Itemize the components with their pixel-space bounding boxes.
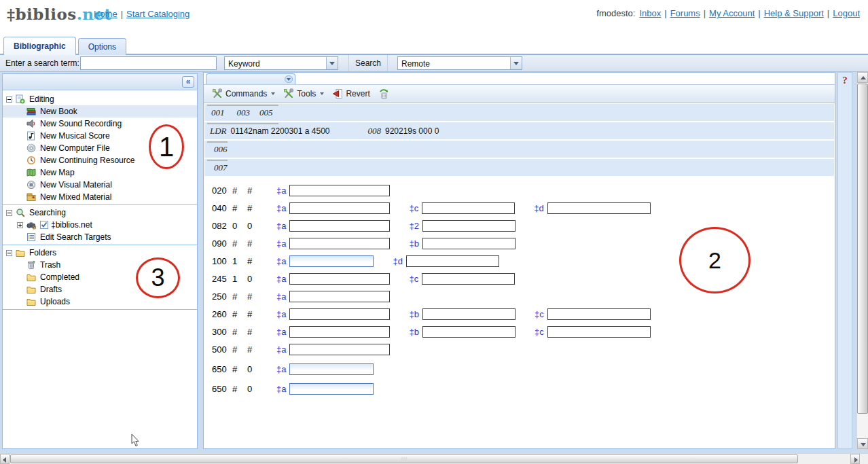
marc-indicator-2[interactable]: # — [247, 309, 262, 319]
leader-row[interactable]: LDR 01142nam 2200301 a 4500 008 920219s … — [204, 122, 834, 139]
marc-indicator-2[interactable]: # — [247, 344, 262, 355]
revert-button[interactable]: Revert — [328, 87, 374, 101]
marc-indicator-1[interactable]: # — [232, 327, 247, 337]
tree-item-biblios-net[interactable]: ‡biblios.net — [3, 219, 197, 231]
marc-indicator-1[interactable]: # — [232, 384, 247, 394]
marc-input-250-a[interactable] — [289, 291, 390, 302]
tab-bibliographic[interactable]: Bibliographic — [3, 37, 76, 56]
marc-indicator-1[interactable]: 1 — [232, 274, 247, 284]
scroll-left-button[interactable] — [0, 454, 10, 464]
nav-link-home[interactable]: Home — [94, 9, 117, 19]
help-icon[interactable]: ? — [842, 75, 848, 86]
marc-input-100-a[interactable] — [289, 255, 374, 267]
chevron-down-icon[interactable] — [285, 75, 293, 83]
marc-indicator-1[interactable]: # — [232, 238, 247, 249]
marc-input-100-d[interactable] — [406, 255, 499, 267]
marc-input-090-a[interactable] — [289, 238, 390, 249]
tree-item-completed[interactable]: Completed — [3, 271, 197, 283]
marc-indicator-2[interactable]: # — [247, 238, 262, 249]
marc-indicator-2[interactable]: # — [247, 203, 262, 213]
marc-input-040-d[interactable] — [547, 202, 651, 214]
marc-input-260-c[interactable] — [547, 308, 651, 320]
marc-indicator-2[interactable]: 0 — [247, 274, 262, 284]
marc-indicator-1[interactable]: # — [232, 364, 247, 374]
marc-input-260-b[interactable] — [422, 308, 516, 320]
marc-indicator-2[interactable]: # — [247, 185, 262, 196]
tab-options[interactable]: Options — [78, 38, 126, 56]
marc-input-650-a[interactable] — [289, 383, 374, 395]
collapse-icon[interactable] — [6, 250, 12, 256]
marc-indicator-2[interactable]: 0 — [247, 384, 262, 394]
horizontal-scroll-thumb[interactable] — [10, 454, 798, 463]
tree-item-new-musical-score[interactable]: New Musical Score — [3, 130, 197, 142]
tree-item-new-sound-recording[interactable]: New Sound Recording — [3, 118, 197, 130]
marc-input-082-a[interactable] — [289, 220, 390, 232]
marc-input-082-2[interactable] — [422, 220, 516, 232]
marc-input-650-a[interactable] — [289, 363, 374, 375]
marc-input-040-a[interactable] — [289, 202, 390, 214]
sidebar-collapse-button[interactable]: « — [182, 76, 194, 88]
nav-link-forums[interactable]: Forums — [670, 8, 700, 18]
tree-item-new-continuing-resource[interactable]: New Continuing Resource — [3, 154, 197, 166]
marc-indicator-1[interactable]: # — [232, 291, 247, 302]
tree-item-trash[interactable]: Trash — [3, 259, 197, 271]
horizontal-scrollbar[interactable] — [0, 453, 868, 464]
marc-input-245-a[interactable] — [289, 273, 390, 285]
nav-link-start-cataloging[interactable]: Start Cataloging — [126, 9, 189, 19]
marc-indicator-1[interactable]: 0 — [232, 221, 247, 231]
marc-input-090-b[interactable] — [422, 238, 516, 249]
marc-indicator-2[interactable]: 0 — [247, 221, 262, 231]
marc-indicator-2[interactable]: 0 — [247, 364, 262, 374]
scroll-right-button[interactable] — [850, 454, 860, 464]
nav-link-my-account[interactable]: My Account — [709, 8, 755, 18]
marc-input-040-c[interactable] — [422, 202, 515, 214]
record-tab[interactable] — [206, 73, 295, 84]
expand-icon[interactable] — [17, 222, 23, 228]
tree-item-edit-search-targets[interactable]: Edit Search Targets — [3, 231, 197, 243]
marc-input-260-a[interactable] — [289, 308, 390, 320]
delete-record-button[interactable] — [374, 87, 393, 101]
marc-indicator-1[interactable]: 1 — [232, 256, 247, 266]
nav-link-inbox[interactable]: Inbox — [639, 8, 661, 18]
commands-button[interactable]: Commands — [208, 87, 279, 101]
tree-item-new-map[interactable]: New Map — [3, 166, 197, 179]
marc-indicator-1[interactable]: # — [232, 344, 247, 355]
scroll-down-button[interactable] — [857, 438, 868, 449]
search-input[interactable] — [80, 56, 217, 70]
tree-item-new-computer-file[interactable]: New Computer File — [3, 142, 197, 154]
marc-input-300-a[interactable] — [289, 326, 390, 338]
tree-item-editing[interactable]: Editing — [3, 93, 197, 105]
field-006-row[interactable]: 006 — [204, 141, 834, 158]
search-button[interactable]: Search — [348, 55, 388, 71]
tools-button[interactable]: Tools — [279, 87, 328, 101]
marc-indicator-2[interactable]: # — [247, 291, 262, 302]
tree-item-new-visual-material[interactable]: New Visual Material — [3, 179, 197, 191]
tree-item-searching[interactable]: Searching — [3, 207, 197, 219]
search-type-select[interactable]: Keyword — [224, 56, 338, 70]
marc-indicator-2[interactable]: # — [247, 327, 262, 337]
nav-link-logout[interactable]: Logout — [833, 8, 860, 18]
vertical-scroll-thumb[interactable] — [857, 84, 868, 414]
tree-item-drafts[interactable]: Drafts — [3, 283, 197, 296]
vertical-scrollbar[interactable] — [857, 72, 868, 449]
marc-input-300-c[interactable] — [547, 326, 651, 338]
search-target-select[interactable]: Remote — [397, 56, 522, 70]
tree-item-new-mixed-material[interactable]: New Mixed Material — [3, 191, 197, 203]
scroll-up-button[interactable] — [857, 72, 868, 83]
collapse-icon[interactable] — [6, 210, 12, 216]
marc-input-300-b[interactable] — [422, 326, 516, 338]
marc-indicator-2[interactable]: # — [247, 256, 262, 266]
tree-item-uploads[interactable]: Uploads — [3, 296, 197, 308]
tree-item-new-book[interactable]: New Book — [3, 105, 197, 118]
marc-indicator-1[interactable]: # — [232, 203, 247, 213]
collapse-icon[interactable] — [6, 96, 12, 103]
marc-indicator-1[interactable]: # — [232, 309, 247, 319]
nav-link-help-support[interactable]: Help & Support — [764, 8, 824, 18]
checkbox[interactable] — [40, 221, 48, 229]
field-007-row[interactable]: 007 — [204, 159, 834, 176]
control-fields-row[interactable]: 001 003 005 — [204, 104, 834, 121]
marc-input-020-a[interactable] — [289, 185, 390, 196]
marc-input-500-a[interactable] — [289, 344, 390, 355]
tree-item-folders[interactable]: Folders — [3, 247, 197, 259]
marc-indicator-1[interactable]: # — [232, 185, 247, 196]
